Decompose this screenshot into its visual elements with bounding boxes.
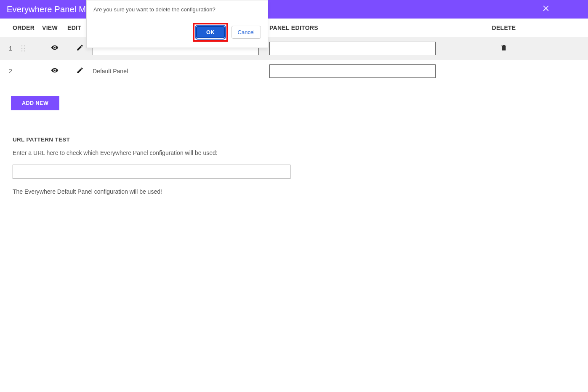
svg-point-5 [24, 51, 25, 52]
panel-editors-input[interactable] [269, 42, 436, 55]
eye-icon[interactable] [42, 44, 67, 53]
svg-point-2 [21, 48, 23, 49]
add-new-button[interactable]: ADD NEW [11, 96, 59, 110]
url-test-description: Enter a URL here to check which Everywhe… [13, 149, 588, 156]
ok-button[interactable]: OK [196, 26, 225, 38]
dialog-message: Are you sure you want to delete the conf… [93, 6, 261, 13]
url-test-input[interactable] [13, 165, 290, 179]
svg-rect-7 [503, 47, 504, 50]
col-delete: DELETE [470, 24, 537, 31]
svg-point-1 [24, 45, 25, 47]
svg-rect-6 [503, 47, 503, 50]
col-panel-editors: PANEL EDITORS [269, 24, 438, 31]
svg-point-3 [24, 48, 25, 49]
url-test-heading: URL PATTERN TEST [13, 136, 588, 143]
url-test-result: The Everywhere Default Panel configurati… [13, 188, 588, 195]
col-view: VIEW [42, 24, 67, 31]
svg-rect-8 [504, 47, 505, 50]
drag-handle-icon[interactable] [21, 45, 25, 52]
cancel-button[interactable]: Cancel [231, 26, 261, 39]
svg-point-4 [21, 51, 23, 52]
col-order: ORDER [0, 24, 42, 31]
row-number: 1 [0, 45, 21, 52]
close-icon[interactable] [542, 5, 550, 13]
table-row: 2 Default Panel [0, 60, 588, 83]
confirm-dialog: Are you sure you want to delete the conf… [86, 0, 268, 48]
url-pattern-test: URL PATTERN TEST Enter a URL here to che… [13, 136, 588, 195]
panel-editors-input[interactable] [269, 64, 436, 78]
row-number: 2 [0, 68, 21, 75]
svg-point-0 [21, 45, 23, 47]
trash-icon[interactable] [500, 46, 508, 53]
panel-label: Default Panel [93, 68, 261, 75]
eye-icon[interactable] [42, 67, 67, 76]
highlight-annotation: OK [193, 23, 228, 42]
pencil-icon[interactable] [67, 67, 93, 76]
page-title: Everywhere Panel Ma [7, 5, 90, 14]
